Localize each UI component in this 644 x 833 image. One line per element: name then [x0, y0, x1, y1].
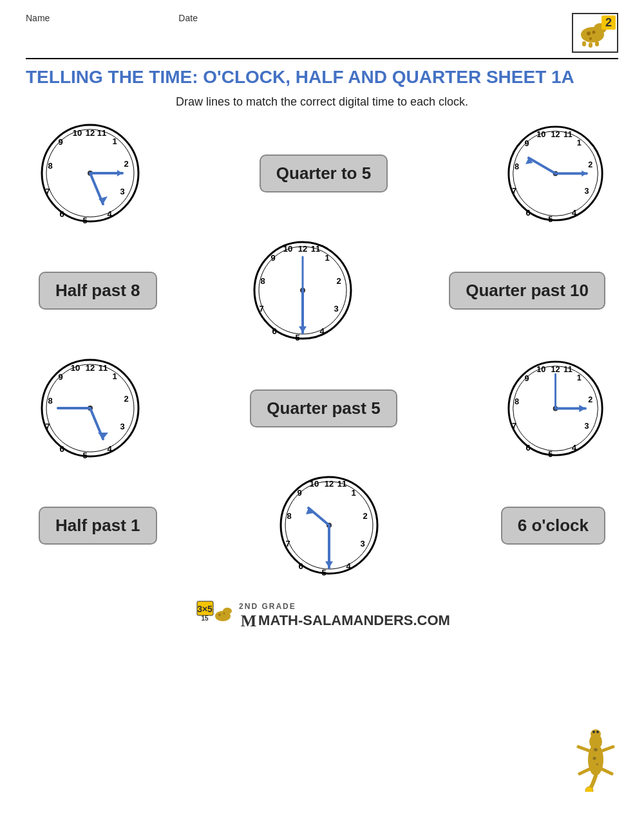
svg-text:4: 4: [107, 209, 112, 219]
svg-text:2: 2: [363, 511, 367, 521]
clock-4: 12 1 2 3 4 5 6 7 8 9 10 11: [39, 357, 142, 460]
clock-2: 12 1 2 3 4 5 6 7 8 9 10 11: [506, 124, 605, 223]
svg-text:8: 8: [515, 162, 519, 171]
svg-text:11: 11: [97, 128, 106, 138]
svg-text:10: 10: [536, 365, 545, 374]
svg-text:1: 1: [112, 371, 117, 381]
svg-text:8: 8: [287, 511, 291, 521]
svg-point-4: [592, 31, 595, 34]
svg-text:6: 6: [526, 209, 530, 218]
svg-text:5: 5: [321, 568, 326, 577]
footer-logo: 3×5 15: [194, 598, 232, 633]
footer-m-logo: M: [239, 611, 258, 630]
svg-text:1: 1: [325, 253, 330, 263]
svg-text:12: 12: [551, 130, 560, 139]
svg-text:2: 2: [605, 16, 611, 29]
svg-text:2: 2: [588, 395, 592, 404]
svg-text:11: 11: [99, 363, 108, 373]
svg-text:1: 1: [351, 488, 355, 498]
footer-grade: 2ND GRADE: [239, 602, 296, 611]
svg-text:3: 3: [120, 187, 124, 196]
svg-rect-10: [595, 41, 599, 46]
svg-text:11: 11: [337, 479, 346, 489]
svg-text:4: 4: [572, 444, 576, 453]
svg-point-128: [223, 613, 225, 615]
logo-icon: 2: [574, 14, 616, 51]
gecko-decoration: [567, 721, 625, 794]
svg-text:6: 6: [59, 444, 64, 454]
label-quarter-to-5: Quarter to 5: [260, 154, 388, 192]
svg-text:5: 5: [82, 216, 87, 225]
svg-point-127: [218, 613, 221, 616]
row-2: Half past 8 12 1 2 3 4 5 6 7 8 9 10 11: [26, 238, 618, 344]
svg-text:9: 9: [297, 488, 301, 498]
svg-text:10: 10: [283, 244, 292, 254]
svg-text:15: 15: [202, 615, 209, 622]
svg-text:7: 7: [45, 422, 50, 431]
svg-point-133: [592, 731, 595, 733]
svg-text:12: 12: [324, 479, 333, 489]
svg-point-142: [585, 787, 593, 792]
svg-text:3: 3: [334, 304, 339, 314]
svg-text:12: 12: [86, 363, 95, 373]
svg-text:8: 8: [261, 276, 265, 286]
svg-text:12: 12: [86, 128, 95, 138]
svg-text:9: 9: [524, 374, 529, 383]
svg-text:3: 3: [120, 422, 124, 431]
svg-text:9: 9: [524, 139, 529, 148]
svg-text:8: 8: [48, 396, 52, 406]
svg-text:5: 5: [82, 451, 87, 460]
svg-text:5: 5: [548, 215, 553, 223]
svg-point-5: [589, 37, 592, 40]
svg-text:12: 12: [551, 365, 560, 374]
label-half-past-8: Half past 8: [39, 272, 157, 310]
svg-text:3: 3: [360, 539, 365, 548]
svg-text:10: 10: [73, 128, 82, 138]
row-3: 12 1 2 3 4 5 6 7 8 9 10 11 Qu: [26, 357, 618, 460]
svg-text:8: 8: [48, 161, 52, 171]
svg-text:4: 4: [320, 326, 325, 336]
svg-text:2: 2: [124, 159, 128, 169]
svg-text:M: M: [241, 612, 257, 630]
svg-text:12: 12: [298, 244, 307, 254]
svg-text:11: 11: [564, 365, 573, 374]
svg-rect-8: [582, 41, 586, 46]
name-date: Name Date: [26, 13, 198, 23]
svg-text:9: 9: [58, 372, 62, 382]
svg-text:6: 6: [298, 561, 303, 571]
svg-text:7: 7: [45, 187, 50, 196]
svg-point-134: [596, 731, 599, 733]
date-label: Date: [178, 13, 198, 23]
svg-text:2: 2: [588, 160, 592, 169]
svg-text:6: 6: [272, 326, 277, 336]
svg-text:3×5: 3×5: [197, 604, 213, 614]
svg-text:1: 1: [112, 136, 117, 146]
svg-text:1: 1: [577, 138, 582, 147]
instruction: Draw lines to match the correct digital …: [26, 95, 618, 109]
svg-text:9: 9: [58, 137, 62, 147]
svg-text:6: 6: [59, 209, 64, 219]
svg-text:4: 4: [572, 209, 576, 218]
svg-text:2: 2: [124, 394, 128, 404]
svg-text:7: 7: [285, 539, 290, 548]
svg-point-3: [587, 32, 591, 35]
svg-text:10: 10: [309, 479, 318, 489]
svg-text:4: 4: [346, 561, 351, 571]
svg-text:9: 9: [271, 253, 276, 263]
svg-text:5: 5: [296, 333, 300, 342]
label-quarter-past-10: Quarter past 10: [449, 272, 605, 310]
svg-text:7: 7: [260, 304, 264, 314]
svg-text:3: 3: [584, 422, 589, 431]
name-label: Name: [26, 13, 50, 23]
clock-3: 12 1 2 3 4 5 6 7 8 9 10 11: [251, 238, 354, 344]
row-4: Half past 1 12 1 2 3 4 5 6 7 8 9 10 11: [26, 473, 618, 579]
svg-text:11: 11: [311, 244, 320, 254]
svg-text:10: 10: [536, 130, 545, 139]
svg-text:7: 7: [512, 187, 516, 196]
row-1: 12 1 2 3 4 5 6 7 8 9 10 11: [26, 122, 618, 225]
svg-text:7: 7: [512, 422, 516, 431]
svg-point-136: [593, 757, 596, 760]
clock-6: 12 1 2 3 4 5 6 7 8 9 10 11: [278, 473, 381, 579]
logo-box: 2: [572, 13, 618, 53]
label-quarter-past-5: Quarter past 5: [250, 389, 397, 427]
